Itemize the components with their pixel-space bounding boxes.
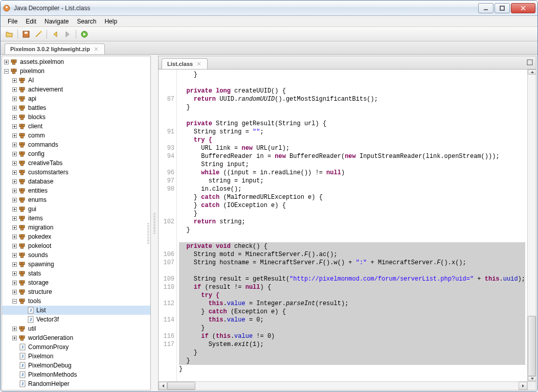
code-line[interactable]: private void check() { bbox=[179, 242, 525, 250]
code-line[interactable]: BufferedReader in = new BufferedReader(n… bbox=[179, 152, 525, 160]
tree-expander-icon[interactable] bbox=[10, 288, 18, 296]
titlebar[interactable]: Java Decompiler - List.class bbox=[1, 1, 537, 16]
tree-item-pokedex[interactable]: pokedex bbox=[2, 232, 150, 241]
tree-item-Vector3f[interactable]: JVector3f bbox=[2, 315, 150, 324]
code-line[interactable] bbox=[179, 111, 525, 120]
code-line[interactable]: } catch (IOException e) { bbox=[179, 201, 525, 210]
tree-item-worldGeneration[interactable]: worldGeneration bbox=[2, 333, 150, 342]
close-icon[interactable] bbox=[93, 46, 99, 52]
hscroll-thumb[interactable] bbox=[167, 382, 195, 390]
code-line[interactable]: this.value = Integer.parseInt(result); bbox=[179, 299, 525, 308]
open-file-icon[interactable] bbox=[4, 29, 15, 40]
tree-item-pokeloot[interactable]: pokeloot bbox=[2, 241, 150, 250]
code-line[interactable]: String input; bbox=[179, 160, 525, 169]
tree-item-enums[interactable]: enums bbox=[2, 195, 150, 204]
tree-expander-icon[interactable] bbox=[10, 334, 18, 342]
code-line[interactable]: URL link = new URL(url); bbox=[179, 144, 525, 152]
tree-expander-icon[interactable] bbox=[10, 150, 18, 158]
code-line[interactable]: } bbox=[179, 210, 525, 218]
tree-item-CommonProxy[interactable]: JCommonProxy bbox=[2, 342, 150, 352]
vertical-sash[interactable] bbox=[151, 56, 158, 390]
tree-expander-icon[interactable] bbox=[10, 279, 18, 287]
project-tab[interactable]: Pixelmon 3.0.2 lightweight.zip bbox=[5, 43, 105, 54]
save-icon[interactable] bbox=[20, 29, 32, 40]
tree-item-AI[interactable]: AI bbox=[2, 76, 150, 85]
code-body[interactable]: } private long createUUID() { return UUI… bbox=[177, 70, 527, 381]
tree-expander-icon[interactable] bbox=[10, 85, 18, 94]
hscroll-track[interactable] bbox=[167, 382, 519, 390]
code-line[interactable]: } bbox=[179, 71, 525, 79]
tree-item-List[interactable]: JList bbox=[2, 306, 150, 315]
tree-item-comm[interactable]: comm bbox=[2, 131, 150, 140]
menu-edit[interactable]: Edit bbox=[21, 17, 40, 26]
tree-expander-icon[interactable] bbox=[10, 352, 18, 360]
menu-help[interactable]: Help bbox=[100, 17, 121, 26]
code-line[interactable]: } bbox=[179, 349, 525, 357]
menu-file[interactable]: File bbox=[4, 17, 21, 26]
tree-expander-icon[interactable] bbox=[10, 371, 18, 379]
code-line[interactable]: return UUID.randomUUID().getMostSignific… bbox=[179, 95, 525, 103]
maximize-button[interactable] bbox=[495, 3, 510, 13]
code-line[interactable]: } catch (Exception e) { bbox=[179, 308, 525, 316]
forward-icon[interactable] bbox=[62, 29, 73, 40]
tree-item-creativeTabs[interactable]: creativeTabs bbox=[2, 158, 150, 168]
editor-tab[interactable]: List.class bbox=[162, 58, 208, 69]
wand-icon[interactable] bbox=[33, 29, 44, 40]
tree-expander-icon[interactable] bbox=[10, 223, 18, 232]
tree-expander-icon[interactable] bbox=[10, 141, 18, 149]
tree-expander-icon[interactable] bbox=[10, 269, 18, 278]
code-line[interactable]: } bbox=[179, 324, 525, 332]
tree-expander-icon[interactable] bbox=[10, 325, 18, 333]
tree-item-client[interactable]: client bbox=[2, 122, 150, 131]
tree-item-achievement[interactable]: achievement bbox=[2, 85, 150, 94]
minimize-button[interactable] bbox=[478, 3, 494, 13]
tree-expander-icon[interactable] bbox=[10, 251, 18, 259]
code-line[interactable]: in.close(); bbox=[179, 185, 525, 193]
tree-expander-icon[interactable] bbox=[10, 214, 18, 222]
tree-expander-icon[interactable] bbox=[10, 260, 18, 268]
scroll-up-icon[interactable] bbox=[528, 70, 536, 75]
tree-expander-icon[interactable] bbox=[10, 95, 18, 103]
tree-scroll-handle[interactable] bbox=[147, 223, 149, 244]
code-line[interactable]: String motd = MinecraftServer.F().ac(); bbox=[179, 250, 525, 259]
tree-item-util[interactable]: util bbox=[2, 324, 150, 333]
tree-item-entities[interactable]: entities bbox=[2, 186, 150, 195]
tree-expander-icon[interactable] bbox=[10, 196, 18, 204]
tree-expander-icon[interactable] bbox=[10, 131, 18, 140]
tree-expander-icon[interactable] bbox=[10, 76, 18, 84]
tree-expander-icon[interactable] bbox=[10, 380, 18, 388]
close-icon[interactable] bbox=[196, 61, 202, 67]
tree-item-Pixelmon[interactable]: JPixelmon bbox=[2, 352, 150, 361]
scroll-down-icon[interactable] bbox=[528, 376, 536, 381]
code-line[interactable]: } bbox=[179, 103, 525, 111]
tree-item-tools[interactable]: tools bbox=[2, 296, 150, 306]
code-line[interactable] bbox=[179, 234, 525, 242]
code-line[interactable]: String string = ""; bbox=[179, 128, 525, 136]
tree-item-commands[interactable]: commands bbox=[2, 140, 150, 149]
tree-item-items[interactable]: items bbox=[2, 214, 150, 223]
code-line[interactable]: string = input; bbox=[179, 177, 525, 185]
code-line[interactable]: private long createUUID() { bbox=[179, 87, 525, 95]
tree-expander-icon[interactable] bbox=[10, 242, 18, 250]
code-line[interactable]: while ((input = in.readLine()) != null) bbox=[179, 169, 525, 177]
tree-expander-icon[interactable] bbox=[10, 205, 18, 213]
maximize-editor-icon[interactable] bbox=[526, 58, 534, 66]
scroll-right-icon[interactable] bbox=[519, 382, 527, 390]
tree-expander-icon[interactable] bbox=[10, 159, 18, 167]
tree-item-stats[interactable]: stats bbox=[2, 269, 150, 278]
tree-item-sounds[interactable]: sounds bbox=[2, 250, 150, 260]
tree-item-structure[interactable]: structure bbox=[2, 287, 150, 296]
tree-item-api[interactable]: api bbox=[2, 94, 150, 103]
tree-item-RandomHelper[interactable]: JRandomHelper bbox=[2, 379, 150, 388]
tree-expander-icon[interactable] bbox=[10, 187, 18, 195]
tree-item-config[interactable]: config bbox=[2, 149, 150, 158]
tree-scroll[interactable]: assets.pixelmonpixelmonAIachievementapib… bbox=[2, 56, 150, 390]
run-icon[interactable] bbox=[79, 29, 90, 40]
tree-expander-icon[interactable] bbox=[10, 233, 18, 241]
vscroll-track[interactable] bbox=[528, 75, 536, 376]
menu-navigate[interactable]: Navigate bbox=[40, 17, 73, 26]
tree-expander-icon[interactable] bbox=[10, 177, 18, 186]
tree-item-spawning[interactable]: spawning bbox=[2, 260, 150, 269]
menu-search[interactable]: Search bbox=[73, 17, 100, 26]
tree-item-storage[interactable]: storage bbox=[2, 278, 150, 287]
